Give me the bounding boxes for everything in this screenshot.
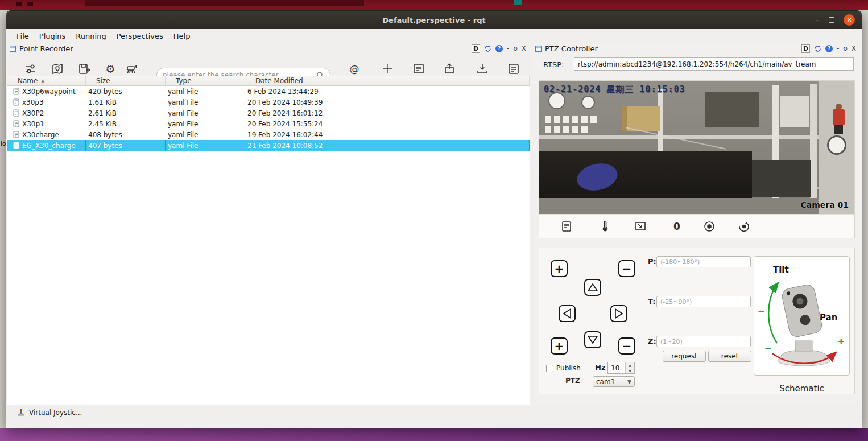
camera-select-dropdown[interactable]: cam1 ▼ — [593, 376, 635, 387]
window-bottom-divider — [6, 419, 862, 419]
schematic-caption: Schematic — [754, 384, 850, 394]
yaml-file-icon — [13, 88, 19, 95]
waypoint-map-icon[interactable] — [50, 61, 65, 76]
table-header: Name ▲ Size Type Date Modified — [7, 76, 530, 86]
tilt-field-label: T: — [648, 297, 655, 306]
column-header-name[interactable]: Name ▲ — [7, 76, 86, 85]
preset-list-icon[interactable] — [560, 220, 573, 233]
yaml-file-icon — [13, 131, 19, 138]
menu-running[interactable]: Running — [71, 31, 110, 42]
hz-spin-up-icon[interactable]: ▲ — [626, 362, 634, 368]
joystick-icon — [16, 408, 26, 417]
column-header-modified[interactable]: Date Modified — [245, 76, 530, 85]
pan-left-button[interactable] — [559, 305, 576, 322]
plugin-window-icon — [10, 46, 16, 52]
video-person-legs — [834, 125, 843, 134]
table-row[interactable]: X30charge408 bytesyaml File19 Feb 2024 1… — [7, 129, 530, 140]
maximize-button[interactable] — [829, 17, 834, 23]
video-person-body — [833, 109, 845, 125]
close-button[interactable]: ✕ — [844, 14, 855, 26]
gear-icon[interactable]: ⚙ — [103, 61, 118, 76]
pan-value-input[interactable] — [656, 256, 751, 267]
help-icon[interactable]: ? — [825, 45, 833, 52]
menu-plugins[interactable]: Plugins — [35, 31, 71, 42]
menu-file[interactable]: File — [12, 31, 34, 42]
yaml-file-icon — [13, 98, 19, 106]
pan-right-button[interactable] — [610, 305, 627, 322]
zoom-in-top-button[interactable]: + — [551, 260, 568, 277]
minimize-button[interactable]: – — [816, 17, 820, 23]
publish-checkbox[interactable] — [546, 365, 553, 372]
rtsp-label: RTSP: — [543, 60, 564, 69]
file-table: X30p6waypoint420 bytesyaml File6 Feb 202… — [7, 86, 530, 405]
table-row[interactable]: X30p6waypoint420 bytesyaml File6 Feb 202… — [7, 86, 530, 97]
video-panel: 02-21-2024 星期三 10:15:03 Camera 01 0 — [539, 80, 855, 238]
dock-d-badge[interactable]: D — [472, 44, 480, 53]
request-button[interactable]: request — [663, 351, 706, 362]
background-teal-swatch — [514, 0, 522, 5]
zoom-out-bottom-button[interactable]: − — [618, 337, 635, 355]
dock-float-button[interactable]: o — [843, 44, 847, 52]
schematic-panel: − + − Tilt Pan — [754, 256, 850, 376]
hz-label: Hz — [595, 363, 605, 372]
zoom-value-input[interactable] — [656, 336, 751, 347]
tilt-down-button[interactable] — [584, 331, 601, 348]
table-row[interactable]: X30p12.45 KiByaml File20 Feb 2024 15:55:… — [7, 118, 530, 129]
background-dot — [16, 2, 22, 6]
camera-rotate-icon[interactable] — [737, 220, 751, 233]
list-detail-icon[interactable] — [411, 61, 426, 76]
ptz-controller-dock: PTZ Controller D ? - o X RTSP: — [533, 43, 862, 405]
robot-icon[interactable] — [124, 61, 139, 76]
video-timestamp: 02-21-2024 星期三 10:15:03 — [544, 84, 685, 95]
reset-button[interactable]: reset — [708, 351, 751, 362]
at-topic-icon[interactable]: @ — [347, 61, 362, 76]
zoom-out-top-button[interactable]: − — [618, 260, 635, 277]
camera-name-overlay: Camera 01 — [800, 200, 849, 209]
rtsp-url-input[interactable] — [574, 57, 854, 71]
dock-minimize-button[interactable]: - — [507, 44, 509, 52]
menubar: FilePluginsRunningPerspectivesHelp — [6, 29, 862, 43]
tilt-value-input[interactable] — [656, 296, 751, 307]
background-dot — [27, 2, 33, 6]
help-icon[interactable]: ? — [495, 45, 503, 52]
fullscreen-pip-icon[interactable] — [634, 220, 647, 233]
add-icon[interactable] — [380, 61, 395, 76]
dock-minimize-button[interactable]: - — [837, 44, 839, 52]
video-bench — [539, 198, 819, 214]
save-export-icon[interactable] — [77, 61, 92, 76]
menu-perspectives[interactable]: Perspectives — [112, 31, 168, 42]
tilt-label: Tilt — [773, 265, 789, 275]
hz-spin-down-icon[interactable]: ▼ — [626, 368, 634, 374]
column-header-type[interactable]: Type — [166, 76, 245, 85]
zoom-in-bottom-button[interactable]: + — [551, 337, 568, 355]
table-row[interactable]: EG_X30_charge407 bytesyaml File21 Feb 20… — [7, 140, 530, 151]
dock-d-badge[interactable]: D — [801, 44, 810, 53]
column-header-size[interactable]: Size — [86, 76, 166, 85]
zoom-zero-indicator[interactable]: 0 — [670, 220, 684, 233]
yaml-file-icon — [13, 109, 19, 117]
dock-close-button[interactable]: X — [852, 44, 856, 52]
record-icon[interactable] — [702, 220, 716, 233]
share-upload-icon[interactable] — [442, 61, 457, 76]
table-row[interactable]: X30P22.61 KiByaml File20 Feb 2024 16:01:… — [7, 108, 530, 118]
table-row[interactable]: x30p31.61 KiByaml File20 Feb 2024 10:49:… — [7, 97, 530, 108]
window-title: Default.perspective - rqt — [382, 16, 485, 24]
menu-help[interactable]: Help — [169, 31, 195, 42]
ros-refresh-icon[interactable] — [814, 45, 821, 52]
minimized-plugin-item[interactable]: Virtual Joystic... — [29, 409, 82, 417]
hz-spinbox: ▲ ▼ — [607, 362, 635, 374]
titlebar[interactable]: Default.perspective - rqt – ✕ — [6, 11, 862, 29]
download-icon[interactable] — [475, 61, 490, 76]
point-recorder-toolbar: ⚙ @ — [7, 54, 532, 76]
tune-settings-icon[interactable] — [23, 61, 38, 76]
dock-float-button[interactable]: o — [513, 44, 517, 52]
hz-input[interactable] — [608, 362, 625, 373]
ros-refresh-icon[interactable] — [484, 45, 491, 52]
video-white-box — [780, 96, 809, 127]
tilt-up-button[interactable] — [584, 279, 601, 296]
ptz-controller-titlebar[interactable]: PTZ Controller D ? - o X — [533, 43, 862, 54]
dock-close-button[interactable]: X — [522, 44, 526, 52]
checklist-settings-icon[interactable] — [506, 61, 521, 76]
thermometer-icon[interactable] — [598, 220, 612, 233]
point-recorder-titlebar[interactable]: Point Recorder D ? - o X — [7, 43, 532, 54]
